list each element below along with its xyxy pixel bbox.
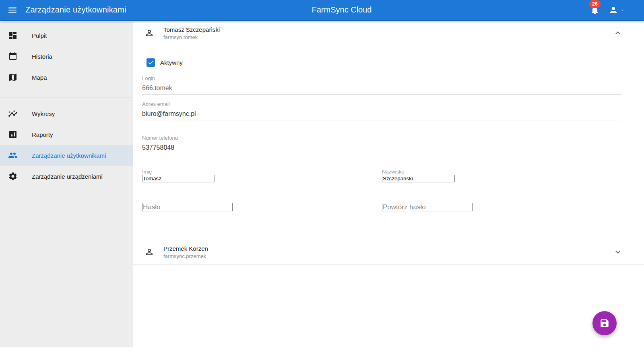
sidebar-item-label: Raporty <box>32 131 53 138</box>
chevron-down-icon[interactable] <box>613 247 623 257</box>
sidebar-item-wykresy[interactable]: Wykresy <box>0 103 133 124</box>
first-name-field: Imię <box>142 169 382 182</box>
save-icon <box>599 318 610 328</box>
people-icon <box>8 151 18 160</box>
user-name: Przemek Korzen <box>163 245 208 252</box>
phone-input[interactable] <box>142 144 622 151</box>
check-icon <box>147 59 155 66</box>
email-label: Adres email <box>142 101 622 107</box>
user-username: farmsync.przemek <box>163 253 208 259</box>
hamburger-menu-icon[interactable] <box>6 4 19 16</box>
user-panel-collapsed: Przemek Korzen farmsync.przemek <box>133 239 644 265</box>
brand-title: FarmSync Cloud <box>312 5 372 14</box>
name-row: Imię Nazwisko <box>142 169 622 185</box>
sidebar-item-label: Zarządzanie użytkownikami <box>32 152 106 159</box>
user-panel-header[interactable]: Tomasz Szczepański farmsyn.tomek <box>133 22 644 44</box>
phone-field: Numer telefonu <box>142 135 622 154</box>
active-checkbox-row: Aktywny <box>147 58 644 67</box>
chevron-down-icon <box>620 8 625 12</box>
dashboard-icon <box>8 31 18 40</box>
password-input[interactable] <box>142 203 233 211</box>
first-name-label: Imię <box>142 169 382 175</box>
user-username: farmsyn.tomek <box>163 34 220 40</box>
sidebar-divider <box>0 97 133 97</box>
user-panel-header[interactable]: Przemek Korzen farmsync.przemek <box>133 239 644 265</box>
sidebar: Pulpit Historia Mapa Wykresy Raporty Zar… <box>0 22 133 347</box>
password-row <box>142 203 622 220</box>
gear-icon <box>8 171 18 181</box>
password-repeat-field <box>382 203 622 211</box>
email-field: Adres email <box>142 101 622 120</box>
last-name-field: Nazwisko <box>382 169 622 182</box>
sidebar-item-label: Pulpit <box>32 32 47 39</box>
account-menu-button[interactable] <box>609 5 625 15</box>
sidebar-item-label: Zarządzanie urządzeniami <box>32 173 103 180</box>
save-button[interactable] <box>592 311 617 335</box>
page-title: Zarządzanie użytkownikami <box>25 5 126 14</box>
sidebar-item-zarzadzanie-uzytkownikami[interactable]: Zarządzanie użytkownikami <box>0 145 133 166</box>
active-checkbox[interactable] <box>147 58 155 67</box>
sidebar-item-label: Mapa <box>32 74 47 81</box>
chevron-up-icon[interactable] <box>613 28 623 38</box>
person-outline-icon <box>144 28 154 38</box>
first-name-input[interactable] <box>142 175 215 182</box>
notifications-button[interactable]: 26 <box>590 5 600 15</box>
insights-icon <box>8 109 18 118</box>
login-label: Login <box>142 76 622 81</box>
analytics-icon <box>8 130 18 139</box>
last-name-label: Nazwisko <box>382 169 622 175</box>
login-input[interactable] <box>142 84 622 92</box>
sidebar-item-label: Wykresy <box>32 110 55 117</box>
last-name-input[interactable] <box>382 175 455 182</box>
phone-label: Numer telefonu <box>142 135 622 141</box>
map-icon <box>8 72 18 82</box>
sidebar-item-historia[interactable]: Historia <box>0 46 133 67</box>
sidebar-item-mapa[interactable]: Mapa <box>0 67 133 88</box>
password-field <box>142 203 382 211</box>
person-icon <box>609 5 618 15</box>
active-checkbox-label: Aktywny <box>160 59 183 66</box>
sidebar-item-raporty[interactable]: Raporty <box>0 124 133 145</box>
main-content: Tomasz Szczepański farmsyn.tomek Aktywny… <box>133 22 644 351</box>
password-repeat-input[interactable] <box>382 203 473 211</box>
sidebar-item-label: Historia <box>32 53 52 60</box>
person-outline-icon <box>144 247 154 257</box>
notifications-badge: 26 <box>589 0 601 8</box>
user-panel-expanded: Tomasz Szczepański farmsyn.tomek Aktywny… <box>133 22 644 239</box>
email-input[interactable] <box>142 110 622 118</box>
user-name: Tomasz Szczepański <box>163 26 220 33</box>
sidebar-item-zarzadzanie-urzadzeniami[interactable]: Zarządzanie urządzeniami <box>0 166 133 187</box>
sidebar-item-pulpit[interactable]: Pulpit <box>0 25 133 46</box>
login-field: Login <box>142 76 622 95</box>
calendar-icon <box>8 52 18 61</box>
app-bar: Zarządzanie użytkownikami FarmSync Cloud… <box>0 0 644 21</box>
